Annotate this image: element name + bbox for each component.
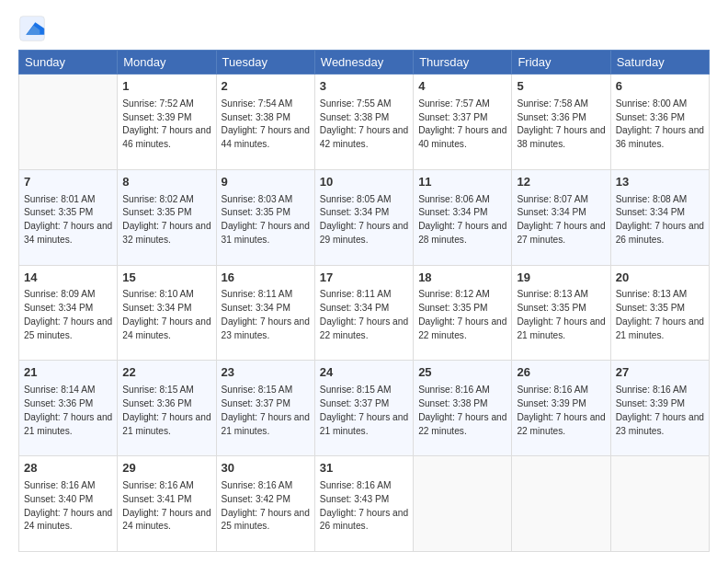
day-number: 1 [122, 78, 210, 96]
day-number: 14 [24, 270, 112, 287]
calendar-cell: 25Sunrise: 8:16 AMSunset: 3:38 PMDayligh… [414, 361, 512, 456]
calendar-cell: 22Sunrise: 8:15 AMSunset: 3:36 PMDayligh… [118, 361, 216, 456]
calendar-cell: 23Sunrise: 8:15 AMSunset: 3:37 PMDayligh… [216, 361, 314, 456]
day-number: 21 [24, 364, 112, 382]
calendar-cell [19, 75, 118, 170]
calendar-cell: 20Sunrise: 8:13 AMSunset: 3:35 PMDayligh… [610, 265, 709, 361]
day-number: 17 [320, 270, 408, 287]
calendar-header-row: SundayMondayTuesdayWednesdayThursdayFrid… [19, 51, 710, 75]
day-number: 6 [616, 78, 704, 96]
calendar-cell: 21Sunrise: 8:14 AMSunset: 3:36 PMDayligh… [19, 361, 118, 456]
day-header-wednesday: Wednesday [314, 51, 413, 75]
calendar-cell: 27Sunrise: 8:16 AMSunset: 3:39 PMDayligh… [610, 361, 709, 456]
calendar-cell: 1Sunrise: 7:52 AMSunset: 3:39 PMDaylight… [118, 75, 216, 170]
day-number: 16 [222, 270, 310, 287]
page: SundayMondayTuesdayWednesdayThursdayFrid… [0, 0, 728, 563]
calendar-cell [610, 456, 709, 552]
day-number: 4 [418, 78, 506, 96]
day-header-sunday: Sunday [19, 51, 118, 75]
day-number: 19 [517, 270, 605, 287]
day-number: 28 [24, 460, 112, 477]
day-number: 10 [320, 174, 408, 191]
calendar-cell: 8Sunrise: 8:02 AMSunset: 3:35 PMDaylight… [118, 169, 216, 265]
calendar-cell [414, 456, 512, 552]
day-header-monday: Monday [118, 51, 216, 75]
calendar-week-row: 7Sunrise: 8:01 AMSunset: 3:35 PMDaylight… [19, 169, 710, 265]
calendar-cell: 5Sunrise: 7:58 AMSunset: 3:36 PMDaylight… [512, 75, 610, 170]
day-number: 25 [418, 364, 506, 382]
day-number: 7 [24, 174, 112, 191]
logo-icon [18, 15, 46, 42]
calendar-cell: 10Sunrise: 8:05 AMSunset: 3:34 PMDayligh… [314, 169, 413, 265]
day-number: 9 [222, 174, 310, 191]
calendar-week-row: 14Sunrise: 8:09 AMSunset: 3:34 PMDayligh… [19, 265, 710, 361]
day-header-thursday: Thursday [414, 51, 512, 75]
calendar-cell: 7Sunrise: 8:01 AMSunset: 3:35 PMDaylight… [19, 169, 118, 265]
day-number: 27 [616, 364, 704, 382]
header [18, 15, 710, 42]
calendar-cell: 15Sunrise: 8:10 AMSunset: 3:34 PMDayligh… [118, 265, 216, 361]
calendar-cell: 28Sunrise: 8:16 AMSunset: 3:40 PMDayligh… [19, 456, 118, 552]
calendar-cell [512, 456, 610, 552]
calendar-cell: 31Sunrise: 8:16 AMSunset: 3:43 PMDayligh… [314, 456, 413, 552]
day-number: 31 [320, 460, 408, 477]
day-number: 3 [320, 78, 408, 96]
day-header-tuesday: Tuesday [216, 51, 314, 75]
calendar-cell: 24Sunrise: 8:15 AMSunset: 3:37 PMDayligh… [314, 361, 413, 456]
calendar-cell: 29Sunrise: 8:16 AMSunset: 3:41 PMDayligh… [118, 456, 216, 552]
day-number: 23 [222, 364, 310, 382]
day-number: 12 [517, 174, 605, 191]
calendar-cell: 14Sunrise: 8:09 AMSunset: 3:34 PMDayligh… [19, 265, 118, 361]
day-number: 13 [616, 174, 704, 191]
calendar-cell: 18Sunrise: 8:12 AMSunset: 3:35 PMDayligh… [414, 265, 512, 361]
calendar-week-row: 21Sunrise: 8:14 AMSunset: 3:36 PMDayligh… [19, 361, 710, 456]
calendar-cell: 13Sunrise: 8:08 AMSunset: 3:34 PMDayligh… [610, 169, 709, 265]
day-number: 2 [222, 78, 310, 96]
day-number: 24 [320, 364, 408, 382]
day-number: 5 [517, 78, 605, 96]
day-header-friday: Friday [512, 51, 610, 75]
calendar-cell: 26Sunrise: 8:16 AMSunset: 3:39 PMDayligh… [512, 361, 610, 456]
calendar-cell: 16Sunrise: 8:11 AMSunset: 3:34 PMDayligh… [216, 265, 314, 361]
day-number: 11 [418, 174, 506, 191]
calendar-cell: 3Sunrise: 7:55 AMSunset: 3:38 PMDaylight… [314, 75, 413, 170]
calendar-cell: 9Sunrise: 8:03 AMSunset: 3:35 PMDaylight… [216, 169, 314, 265]
calendar-cell: 30Sunrise: 8:16 AMSunset: 3:42 PMDayligh… [216, 456, 314, 552]
day-number: 22 [122, 364, 210, 382]
calendar-cell: 19Sunrise: 8:13 AMSunset: 3:35 PMDayligh… [512, 265, 610, 361]
calendar-cell: 12Sunrise: 8:07 AMSunset: 3:34 PMDayligh… [512, 169, 610, 265]
day-number: 8 [122, 174, 210, 191]
calendar-cell: 6Sunrise: 8:00 AMSunset: 3:36 PMDaylight… [610, 75, 709, 170]
day-number: 29 [122, 460, 210, 477]
day-number: 30 [222, 460, 310, 477]
logo [18, 15, 50, 42]
calendar-week-row: 1Sunrise: 7:52 AMSunset: 3:39 PMDaylight… [19, 75, 710, 170]
day-number: 26 [517, 364, 605, 382]
calendar-cell: 11Sunrise: 8:06 AMSunset: 3:34 PMDayligh… [414, 169, 512, 265]
calendar-week-row: 28Sunrise: 8:16 AMSunset: 3:40 PMDayligh… [19, 456, 710, 552]
day-number: 15 [122, 270, 210, 287]
day-number: 18 [418, 270, 506, 287]
day-header-saturday: Saturday [610, 51, 709, 75]
calendar-cell: 4Sunrise: 7:57 AMSunset: 3:37 PMDaylight… [414, 75, 512, 170]
day-number: 20 [616, 270, 704, 287]
calendar-table: SundayMondayTuesdayWednesdayThursdayFrid… [18, 50, 710, 552]
calendar-cell: 17Sunrise: 8:11 AMSunset: 3:34 PMDayligh… [314, 265, 413, 361]
calendar-cell: 2Sunrise: 7:54 AMSunset: 3:38 PMDaylight… [216, 75, 314, 170]
